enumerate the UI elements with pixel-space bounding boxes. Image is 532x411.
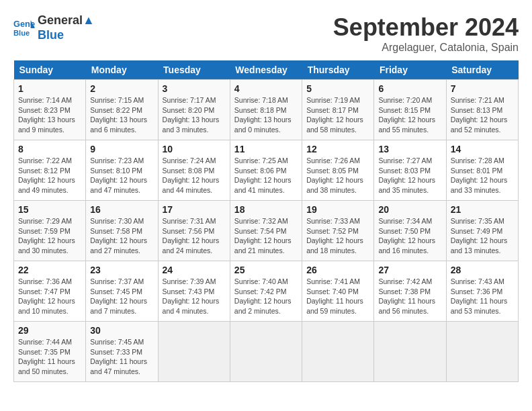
- weekday-header-row: SundayMondayTuesdayWednesdayThursdayFrid…: [14, 60, 519, 80]
- day-info: Sunrise: 7:27 AMSunset: 8:03 PMDaylight:…: [378, 156, 441, 195]
- weekday-header-monday: Monday: [86, 60, 158, 80]
- calendar-cell: 13Sunrise: 7:27 AMSunset: 8:03 PMDayligh…: [374, 140, 446, 201]
- weekday-header-saturday: Saturday: [446, 60, 518, 80]
- calendar-cell: 12Sunrise: 7:26 AMSunset: 8:05 PMDayligh…: [302, 140, 374, 201]
- calendar-cell: 16Sunrise: 7:30 AMSunset: 7:58 PMDayligh…: [86, 201, 158, 261]
- calendar-cell: 29Sunrise: 7:44 AMSunset: 7:35 PMDayligh…: [14, 322, 86, 382]
- calendar-cell: 14Sunrise: 7:28 AMSunset: 8:01 PMDayligh…: [446, 140, 518, 201]
- day-info: Sunrise: 7:40 AMSunset: 7:42 PMDaylight:…: [234, 277, 298, 316]
- day-info: Sunrise: 7:37 AMSunset: 7:45 PMDaylight:…: [90, 277, 153, 316]
- day-number: 12: [306, 144, 369, 154]
- day-info: Sunrise: 7:45 AMSunset: 7:33 PMDaylight:…: [90, 337, 153, 377]
- weekday-header-wednesday: Wednesday: [230, 60, 302, 80]
- logo-text: General▲ Blue: [38, 13, 95, 42]
- calendar-cell: 17Sunrise: 7:31 AMSunset: 7:56 PMDayligh…: [158, 201, 230, 261]
- day-number: 18: [234, 204, 298, 215]
- day-info: Sunrise: 7:29 AMSunset: 7:59 PMDaylight:…: [18, 216, 81, 256]
- day-info: Sunrise: 7:32 AMSunset: 7:54 PMDaylight:…: [234, 216, 298, 256]
- day-info: Sunrise: 7:43 AMSunset: 7:36 PMDaylight:…: [451, 277, 514, 316]
- day-info: Sunrise: 7:28 AMSunset: 8:01 PMDaylight:…: [451, 156, 514, 195]
- day-number: 7: [451, 83, 514, 94]
- calendar-cell: 15Sunrise: 7:29 AMSunset: 7:59 PMDayligh…: [14, 201, 86, 261]
- calendar-cell: 22Sunrise: 7:36 AMSunset: 7:47 PMDayligh…: [14, 261, 86, 322]
- day-number: 23: [90, 265, 153, 275]
- location-title: Argelaguer, Catalonia, Spain: [333, 42, 519, 54]
- day-number: 20: [378, 204, 441, 215]
- calendar-cell: 25Sunrise: 7:40 AMSunset: 7:42 PMDayligh…: [230, 261, 302, 322]
- calendar-cell: 9Sunrise: 7:23 AMSunset: 8:10 PMDaylight…: [86, 140, 158, 201]
- calendar-cell: 5Sunrise: 7:19 AMSunset: 8:17 PMDaylight…: [302, 80, 374, 140]
- day-info: Sunrise: 7:20 AMSunset: 8:15 PMDaylight:…: [378, 95, 441, 135]
- calendar-body: 1Sunrise: 7:14 AMSunset: 8:23 PMDaylight…: [14, 80, 519, 382]
- day-info: Sunrise: 7:23 AMSunset: 8:10 PMDaylight:…: [90, 156, 153, 195]
- calendar-cell: 6Sunrise: 7:20 AMSunset: 8:15 PMDaylight…: [374, 80, 446, 140]
- calendar-cell: 21Sunrise: 7:35 AMSunset: 7:49 PMDayligh…: [446, 201, 518, 261]
- day-info: Sunrise: 7:44 AMSunset: 7:35 PMDaylight:…: [18, 337, 81, 377]
- day-number: 11: [234, 144, 298, 154]
- day-number: 28: [451, 265, 514, 275]
- day-info: Sunrise: 7:21 AMSunset: 8:13 PMDaylight:…: [451, 95, 514, 135]
- calendar-cell: 20Sunrise: 7:34 AMSunset: 7:50 PMDayligh…: [374, 201, 446, 261]
- logo: General Blue General▲ Blue: [13, 13, 95, 42]
- month-title: September 2024: [333, 13, 519, 42]
- day-info: Sunrise: 7:30 AMSunset: 7:58 PMDaylight:…: [90, 216, 153, 256]
- day-number: 8: [18, 144, 81, 154]
- day-info: Sunrise: 7:35 AMSunset: 7:49 PMDaylight:…: [451, 216, 514, 256]
- calendar-week-1: 1Sunrise: 7:14 AMSunset: 8:23 PMDaylight…: [14, 80, 519, 140]
- calendar-cell: 24Sunrise: 7:39 AMSunset: 7:43 PMDayligh…: [158, 261, 230, 322]
- day-info: Sunrise: 7:24 AMSunset: 8:08 PMDaylight:…: [163, 156, 226, 195]
- day-info: Sunrise: 7:15 AMSunset: 8:22 PMDaylight:…: [90, 95, 153, 135]
- calendar-week-2: 8Sunrise: 7:22 AMSunset: 8:12 PMDaylight…: [14, 140, 519, 201]
- day-info: Sunrise: 7:19 AMSunset: 8:17 PMDaylight:…: [306, 95, 369, 135]
- day-number: 9: [90, 144, 153, 154]
- day-info: Sunrise: 7:26 AMSunset: 8:05 PMDaylight:…: [306, 156, 369, 195]
- day-number: 14: [451, 144, 514, 154]
- weekday-header-sunday: Sunday: [14, 60, 86, 80]
- day-number: 25: [234, 265, 298, 275]
- logo-icon: General Blue: [13, 17, 35, 39]
- weekday-header-tuesday: Tuesday: [158, 60, 230, 80]
- calendar-cell: 1Sunrise: 7:14 AMSunset: 8:23 PMDaylight…: [14, 80, 86, 140]
- day-number: 16: [90, 204, 153, 215]
- day-number: 29: [18, 325, 81, 336]
- calendar-cell: [302, 322, 374, 382]
- calendar-cell: 11Sunrise: 7:25 AMSunset: 8:06 PMDayligh…: [230, 140, 302, 201]
- day-info: Sunrise: 7:31 AMSunset: 7:56 PMDaylight:…: [163, 216, 226, 256]
- calendar-cell: [230, 322, 302, 382]
- calendar-cell: [446, 322, 518, 382]
- title-block: September 2024 Argelaguer, Catalonia, Sp…: [333, 13, 519, 54]
- day-info: Sunrise: 7:17 AMSunset: 8:20 PMDaylight:…: [163, 95, 226, 135]
- calendar-cell: 10Sunrise: 7:24 AMSunset: 8:08 PMDayligh…: [158, 140, 230, 201]
- svg-text:Blue: Blue: [13, 29, 30, 37]
- day-number: 19: [306, 204, 369, 215]
- calendar-cell: 2Sunrise: 7:15 AMSunset: 8:22 PMDaylight…: [86, 80, 158, 140]
- day-number: 15: [18, 204, 81, 215]
- day-number: 13: [378, 144, 441, 154]
- day-info: Sunrise: 7:42 AMSunset: 7:38 PMDaylight:…: [378, 277, 441, 316]
- day-number: 30: [90, 325, 153, 336]
- day-number: 6: [378, 83, 441, 94]
- day-info: Sunrise: 7:14 AMSunset: 8:23 PMDaylight:…: [18, 95, 81, 135]
- day-number: 4: [234, 83, 298, 94]
- calendar-week-3: 15Sunrise: 7:29 AMSunset: 7:59 PMDayligh…: [14, 201, 519, 261]
- calendar-cell: [374, 322, 446, 382]
- day-number: 5: [306, 83, 369, 94]
- day-number: 17: [163, 204, 226, 215]
- calendar-cell: 23Sunrise: 7:37 AMSunset: 7:45 PMDayligh…: [86, 261, 158, 322]
- day-number: 3: [163, 83, 226, 94]
- day-number: 27: [378, 265, 441, 275]
- calendar-cell: 28Sunrise: 7:43 AMSunset: 7:36 PMDayligh…: [446, 261, 518, 322]
- weekday-header-friday: Friday: [374, 60, 446, 80]
- calendar-cell: 26Sunrise: 7:41 AMSunset: 7:40 PMDayligh…: [302, 261, 374, 322]
- calendar-table: SundayMondayTuesdayWednesdayThursdayFrid…: [13, 60, 519, 382]
- day-number: 1: [18, 83, 81, 94]
- calendar-cell: 27Sunrise: 7:42 AMSunset: 7:38 PMDayligh…: [374, 261, 446, 322]
- calendar-cell: 4Sunrise: 7:18 AMSunset: 8:18 PMDaylight…: [230, 80, 302, 140]
- calendar-cell: [158, 322, 230, 382]
- day-info: Sunrise: 7:18 AMSunset: 8:18 PMDaylight:…: [234, 95, 298, 135]
- calendar-cell: 18Sunrise: 7:32 AMSunset: 7:54 PMDayligh…: [230, 201, 302, 261]
- day-info: Sunrise: 7:22 AMSunset: 8:12 PMDaylight:…: [18, 156, 81, 195]
- day-number: 22: [18, 265, 81, 275]
- day-info: Sunrise: 7:34 AMSunset: 7:50 PMDaylight:…: [378, 216, 441, 256]
- day-number: 24: [163, 265, 226, 275]
